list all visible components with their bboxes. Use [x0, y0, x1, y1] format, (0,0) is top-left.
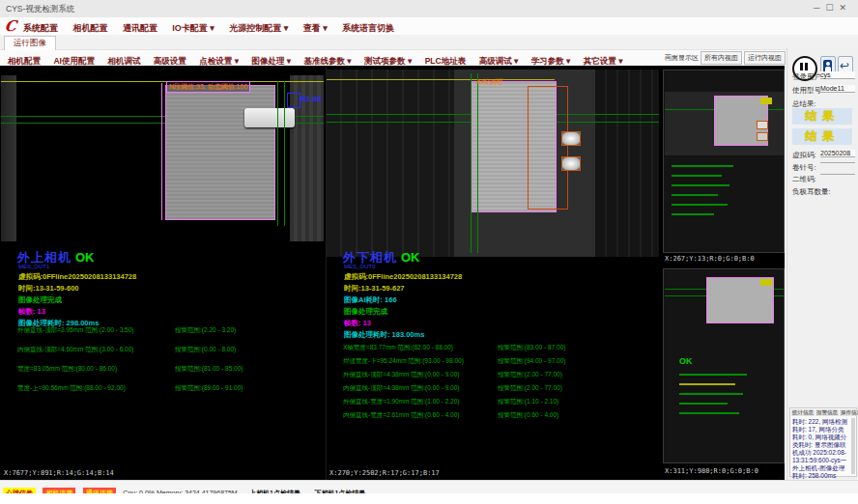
- center-time: 时间:13-31-59-627: [344, 284, 405, 294]
- aux-top-view[interactable]: [663, 70, 785, 253]
- measurement-row: 宽度-上=90.56mm 范围:(88.00 - 92.00) 报警范围:(89…: [17, 384, 126, 393]
- measurement-row: X轴宽度=83.77mm 范围:(82.00 - 88.00) 报警范围:(83…: [343, 344, 453, 352]
- menu-items: 系统配置 相机配置 通讯配置 IO卡配置 ▾ 光源控制配置 ▾ 查看 ▾ 系统语…: [23, 17, 405, 37]
- weld-spot-mini: [757, 121, 768, 129]
- left-camera-name: 外上相机: [17, 250, 72, 265]
- left-cursor-coords: X:7677;Y:891;R:14;G:14;B:14: [4, 469, 114, 477]
- window-controls: ─☐✕: [814, 3, 852, 13]
- back-arrow-icon: ↩: [840, 59, 849, 72]
- part-outline-line: [161, 83, 162, 220]
- alarm-range: 报警范围:(2.00 - 77.00): [498, 384, 562, 393]
- tab-stats-info[interactable]: 统计信息: [791, 409, 815, 416]
- bottom-strip: [0, 493, 858, 504]
- measurement-row: 内侧直线-顶部=4.60mm 范围:(3.00 - 6.00) 报警范围:(0.…: [17, 346, 133, 354]
- model-value[interactable]: Mode11: [820, 85, 855, 93]
- center-process-done: 图像处理完成: [344, 307, 387, 317]
- close-icon[interactable]: ✕: [839, 3, 852, 13]
- baseline-yellow-line: [327, 79, 555, 80]
- main-area: R1.98 N段阈值:93, 动态阈值:100 外上相机OK MES_OUT1 …: [0, 66, 785, 480]
- window-title: CYS-视觉检测系统: [6, 4, 74, 15]
- left-frame-count: 帧数: 13: [18, 307, 45, 317]
- measurement-row: 内侧直线-宽度=2.61mm 范围:(0.60 - 4.00) 报警范围:(0.…: [343, 411, 459, 420]
- baseline-yellow-line: [1, 81, 324, 82]
- measure-value: 内侧直线-顶部=4.38mm 范围:(0.00 - 9.00): [343, 384, 459, 391]
- center-cursor-coords: X:270;Y:2502;R:17;G:17;B:17: [329, 469, 440, 477]
- center-camera-view[interactable]: AI检测框 外下相机OK MES_OUT0 虚拟码:0FFline2025020…: [326, 66, 659, 480]
- aux-bottom-view[interactable]: OK: [663, 268, 785, 463]
- app-logo-icon: C: [4, 17, 17, 35]
- center-ai-time: 图像AI耗时: 166: [344, 295, 397, 305]
- pause-icon: [800, 63, 803, 70]
- virtual-code-value[interactable]: 20250208: [820, 150, 855, 157]
- tiny-text-overlay: [672, 204, 728, 206]
- tab-run-image[interactable]: 运行图像: [4, 36, 56, 50]
- app-window: CYS-视觉检测系统 ─☐✕ C 系统配置 相机配置 通讯配置 IO卡配置 ▾ …: [0, 0, 858, 504]
- alarm-range: 报警范围:(1.10 - 2.10): [498, 398, 558, 406]
- tiny-text-overlay: [679, 374, 747, 376]
- center-process-time: 图像处理耗时: 183.00ms: [344, 330, 424, 340]
- result-badge-bottom: 结果: [792, 128, 852, 145]
- radius-label: R1.98: [300, 95, 321, 103]
- left-camera-view[interactable]: R1.98 N段阈值:93, 动态阈值:100 外上相机OK MES_OUT1 …: [1, 66, 324, 480]
- center-frame-count: 帧数: 13: [344, 319, 371, 328]
- measure-value: 外侧直线-顶部=4.38mm 范围:(0.00 - 9.00): [343, 371, 459, 378]
- measure-value: X轴宽度=83.77mm 范围:(82.00 - 88.00): [343, 344, 453, 350]
- left-image-edge-band: [1, 75, 16, 241]
- tab-alarm-info[interactable]: 报警信息: [815, 409, 839, 416]
- yellow-marker: [760, 279, 772, 286]
- info-tabs: 统计信息报警信息操作信息: [791, 409, 858, 416]
- login-user-label: 登录用户:: [792, 72, 823, 82]
- measure-green-vline: [277, 81, 278, 226]
- measure-value: 内侧直线-宽度=2.61mm 范围:(0.60 - 4.00): [343, 411, 459, 418]
- login-user-value[interactable]: cys: [820, 71, 855, 79]
- measure-green-vline: [284, 81, 285, 226]
- measure-value: 外侧直线-顶部=2.95mm 范围:(2.00 - 3.50): [17, 326, 133, 333]
- weld-spot: [561, 156, 581, 171]
- measurement-row: 外侧直线-宽度=1.90mm 范围:(1.00 - 2.20) 报警范围:(1.…: [343, 398, 459, 406]
- tiny-text-overlay: [679, 393, 743, 395]
- right-control-panel: ↩ 登录用户: cys 使用型号: Mode11 总结果: 结果 结果 虚拟码:…: [786, 48, 858, 480]
- model-label: 使用型号:: [792, 86, 823, 96]
- pause-icon: [805, 63, 808, 70]
- needle-number-value[interactable]: [820, 162, 855, 163]
- view-tab-row: 运行图像: [0, 35, 858, 50]
- tab-all-innerview[interactable]: 所有内视图: [701, 51, 742, 65]
- measure-value: 外侧直线-宽度=1.90mm 范围:(1.00 - 2.20): [343, 398, 459, 405]
- alarm-range: 报警范围:(83.00 - 87.00): [498, 344, 565, 352]
- center-image-structure: [595, 70, 659, 257]
- tiny-text-overlay: [679, 403, 728, 405]
- measure-green-vline: [477, 73, 478, 253]
- yellow-marker: [760, 98, 772, 104]
- tiny-text-overlay: [679, 412, 739, 414]
- tiny-text-overlay: [679, 383, 735, 385]
- tab-operation-info[interactable]: 操作信息: [840, 409, 858, 416]
- qr-code-label: 二维码:: [792, 175, 816, 184]
- qr-code-value[interactable]: [820, 174, 855, 175]
- weld-spot: [561, 131, 581, 146]
- needle-number-label: 卷针号:: [792, 163, 816, 173]
- info-scrollbar[interactable]: [851, 418, 855, 474]
- alarm-range: 报警范围:(94.00 - 97.00): [498, 357, 565, 366]
- aux-view-tabs: 画面显示区所有内视图运行内视图: [663, 51, 787, 65]
- measure-value: 宽度=83.05mm 范围:(80.00 - 86.00): [17, 365, 117, 372]
- tab-run-innerview[interactable]: 运行内视图: [744, 51, 786, 65]
- alarm-range: 报警范围:(2.20 - 3.20): [175, 326, 236, 335]
- measure-value: 宽度-上=90.56mm 范围:(88.00 - 92.00): [17, 384, 126, 391]
- left-barcode: 虚拟码:0FFline20250208133134728: [18, 272, 136, 282]
- weld-spot-mini: [757, 132, 768, 141]
- minimize-icon[interactable]: ─: [814, 3, 825, 13]
- center-image-structure: [327, 70, 454, 257]
- center-barcode: 虚拟码:0FFline20250208133134728: [344, 272, 462, 282]
- measurement-row: 外侧直线-顶部=2.95mm 范围:(2.00 - 3.50) 报警范围:(2.…: [17, 326, 133, 335]
- tab-connector-blob: [244, 108, 295, 127]
- alarm-range: 报警范围:(81.00 - 85.00): [175, 365, 243, 374]
- measure-value: 内侧直线-顶部=4.60mm 范围:(3.00 - 6.00): [17, 346, 133, 352]
- aux-views-column: X:267;Y:13;R:0;G:0;B:0 OK X:311;Y:980;R:…: [663, 66, 785, 480]
- radius-marker-box: [287, 93, 300, 108]
- left-time: 时间:13-31-59-600: [18, 284, 79, 294]
- neg-tab-count-label: 负极耳数量:: [792, 187, 831, 197]
- maximize-icon[interactable]: ☐: [825, 3, 839, 13]
- ai-detect-rect: [528, 86, 568, 210]
- aux-ok-status: OK: [679, 356, 693, 366]
- measure-value: 焊缝宽度-下=95.24mm 范围:(93.00 - 98.00): [343, 357, 464, 364]
